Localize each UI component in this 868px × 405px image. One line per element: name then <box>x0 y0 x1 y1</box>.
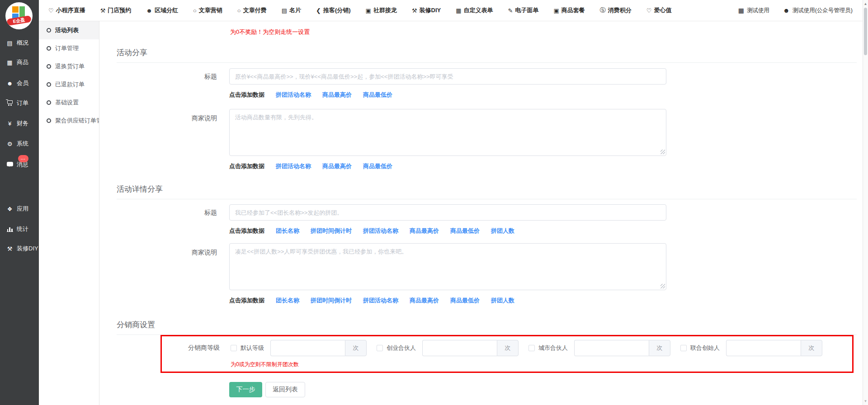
startup-partner-times-input[interactable] <box>422 340 497 356</box>
sidebar-item-messages[interactable]: 消息 ... <box>0 160 39 169</box>
cofounder-times-input[interactable] <box>726 340 801 356</box>
insert-token-link[interactable]: 拼团时间倒计时 <box>311 227 352 235</box>
topnav-label: 区域分红 <box>155 6 178 14</box>
insert-token-link[interactable]: 商品最高价 <box>322 162 352 170</box>
radio-ring-icon <box>47 46 51 51</box>
topnav-item-store-booking[interactable]: ⚒ 门店预约 <box>100 6 132 14</box>
insert-token-link[interactable]: 团长名称 <box>276 227 299 235</box>
share-desc-textarea[interactable] <box>229 109 666 156</box>
insert-token-link[interactable]: 团长名称 <box>276 297 299 305</box>
cofounder-checkbox[interactable] <box>680 345 687 351</box>
insert-token-link[interactable]: 商品最低价 <box>363 162 392 170</box>
level-group-city-partner: 城市合伙人 次 <box>528 340 670 356</box>
times-suffix: 次 <box>345 340 367 356</box>
next-step-button[interactable]: 下一步 <box>229 382 262 397</box>
back-to-list-button[interactable]: 返回列表 <box>265 382 305 397</box>
sidebar-item-system[interactable]: ⚙ 系统 <box>0 139 39 148</box>
topnav-item-group-chain[interactable]: ▣ 社群接龙 <box>366 6 397 14</box>
scroll-down-arrow-icon[interactable]: ▼ <box>863 399 868 403</box>
topnav-item-business-card[interactable]: ▤ 名片 <box>282 6 301 14</box>
insert-token-link[interactable]: 拼团活动名称 <box>276 91 311 99</box>
sidebar-item-apps[interactable]: ❖ 应用 <box>0 204 39 213</box>
city-partner-times-input[interactable] <box>574 340 649 356</box>
submenu-item-basic-settings[interactable]: 基础设置 <box>39 94 99 112</box>
vertical-scrollbar[interactable]: ▲ ▼ <box>863 0 868 405</box>
account-menu[interactable]: ☻ 测试使用(公众号管理员) <box>783 7 853 14</box>
sidebar-item-label: 概况 <box>17 39 28 47</box>
workspace-label: 测试使用 <box>747 7 769 14</box>
topnav-item-love-value[interactable]: ♡ 爱心值 <box>646 6 672 14</box>
sidebar-item-finance[interactable]: ¥ 财务 <box>0 119 39 128</box>
topnav-item-e-waybill[interactable]: ✎ 电子面单 <box>508 6 539 14</box>
insert-token-link[interactable]: 拼团活动名称 <box>363 297 398 305</box>
sidebar-item-goods[interactable]: ▦ 商品 <box>0 58 39 67</box>
circle-icon: ○ <box>237 7 241 14</box>
detail-desc-textarea[interactable] <box>229 243 666 290</box>
insert-token-link[interactable]: 商品最高价 <box>410 297 439 305</box>
submenu-item-order-management[interactable]: 订单管理 <box>39 39 99 57</box>
level-group-cofounder: 联合创始人 次 <box>680 340 822 356</box>
topnav-item-live[interactable]: ♡ 小程序直播 <box>48 6 85 14</box>
cart-icon <box>6 102 14 104</box>
insert-token-link[interactable]: 拼团人数 <box>491 227 514 235</box>
gear-icon: ⚙ <box>6 141 14 147</box>
topnav-item-product-package[interactable]: ▣ 商品套餐 <box>553 6 585 14</box>
overview-icon: ▤ <box>6 40 14 47</box>
default-level-checkbox[interactable] <box>231 345 237 351</box>
scroll-up-arrow-icon[interactable]: ▲ <box>863 2 868 6</box>
circle-icon: ○ <box>193 7 197 14</box>
radio-ring-icon <box>47 64 51 69</box>
messages-badge: ... <box>18 155 28 162</box>
workspace-switcher[interactable]: ▦ 测试使用 <box>738 7 769 14</box>
wrench-icon: ⚒ <box>100 7 106 14</box>
topnav-item-article-marketing[interactable]: ○ 文章营销 <box>193 6 222 14</box>
topnav-item-article-pay[interactable]: ○ 文章付费 <box>237 6 267 14</box>
distributor-highlight-box: 分销商等级 默认等级 次 创业合伙人 次 城市合伙人 <box>160 335 854 373</box>
topnav-label: 文章付费 <box>243 6 267 14</box>
insert-token-link[interactable]: 拼团人数 <box>491 297 514 305</box>
insert-token-link[interactable]: 拼团活动名称 <box>363 227 398 235</box>
user-icon: ☻ <box>783 7 790 14</box>
insert-token-link[interactable]: 拼团活动名称 <box>276 162 311 170</box>
add-data-row: 点击添加数据 团长名称 拼团时间倒计时 拼团活动名称 商品最高价 商品最低价 拼… <box>229 297 857 305</box>
city-partner-checkbox[interactable] <box>528 345 535 351</box>
topnav-item-promoter[interactable]: ❮ 推客(分销) <box>316 6 351 14</box>
scrollbar-thumb[interactable] <box>864 8 867 55</box>
sidebar-item-stats[interactable]: 统计 <box>0 225 39 234</box>
sidebar-item-orders[interactable]: 订单 <box>0 99 39 108</box>
insert-token-link[interactable]: 商品最低价 <box>450 227 480 235</box>
topnav-item-consume-points[interactable]: Ⓢ 消费积分 <box>600 6 632 14</box>
submenu-item-activity-list[interactable]: 活动列表 <box>39 21 99 39</box>
insert-token-link[interactable]: 商品最高价 <box>410 227 439 235</box>
topnav-item-decorate-diy[interactable]: ⚒ 装修DIY <box>412 6 441 14</box>
insert-token-link[interactable]: 商品最低价 <box>450 297 480 305</box>
insert-token-link[interactable]: 商品最低价 <box>363 91 392 99</box>
submenu-item-return-orders[interactable]: 退换货订单 <box>39 57 99 75</box>
insert-token-link[interactable]: 拼团时间倒计时 <box>311 297 352 305</box>
startup-partner-checkbox[interactable] <box>377 345 383 351</box>
brand-logo[interactable]: E企盈 <box>5 2 33 29</box>
topnav-item-region-bonus[interactable]: ☻ 区域分红 <box>146 6 178 14</box>
sidebar-item-decorate-diy[interactable]: ⚒ 装修DIY <box>0 244 39 253</box>
radio-ring-icon <box>47 82 51 87</box>
insert-token-link[interactable]: 商品最高价 <box>322 91 352 99</box>
bar-chart-icon <box>6 227 14 232</box>
topnav-item-custom-form[interactable]: ▦ 自定义表单 <box>456 6 493 14</box>
sidebar-item-label: 订单 <box>17 99 28 107</box>
add-data-row: 点击添加数据 拼团活动名称 商品最高价 商品最低价 <box>229 91 857 99</box>
account-label: 测试使用(公众号管理员) <box>793 7 853 14</box>
topnav-label: 电子面单 <box>515 6 538 14</box>
hammer-icon: ⚒ <box>6 245 14 252</box>
default-level-times-input[interactable] <box>270 340 345 356</box>
submenu-label: 聚合供应链订单管理 <box>55 117 99 125</box>
topnav-label: 小程序直播 <box>56 6 85 14</box>
logo-block-orange <box>12 6 19 13</box>
sidebar-item-label: 应用 <box>17 205 28 213</box>
sidebar-item-members[interactable]: ☻ 会员 <box>0 79 39 88</box>
form-row-share-desc: 商家说明 点击添加数据 拼团活动名称 商品最高价 商品最低价 <box>117 109 857 170</box>
sidebar-item-overview[interactable]: ▤ 概况 <box>0 38 39 47</box>
submenu-item-supply-chain-orders[interactable]: 聚合供应链订单管理 <box>39 112 99 130</box>
detail-title-input[interactable] <box>229 204 666 221</box>
submenu-item-refunded-orders[interactable]: 已退款订单 <box>39 75 99 94</box>
share-title-input[interactable] <box>229 68 666 85</box>
